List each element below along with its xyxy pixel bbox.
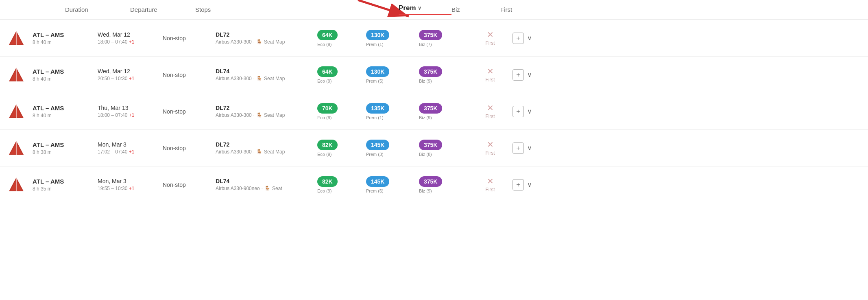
departure-info: Mon, Mar 3 17:02 – 07:40 +1 [98,141,163,155]
add-button[interactable]: + [513,69,524,81]
seat-icon: 🪑 [256,39,262,45]
stops-info: Non-stop [163,182,216,188]
flight-info: DL72 Airbus A330-300 · 🪑 Seat Map [216,105,317,118]
stops-info: Non-stop [163,72,216,78]
expand-button[interactable]: ∨ [527,107,532,115]
eco-price-cell[interactable]: 64K Eco (9) [317,66,366,83]
prem-price-cell[interactable]: 145K Prem (6) [366,176,419,193]
table-row: ATL – AMS 8 h 40 m Thu, Mar 13 18:00 – 0… [0,93,868,130]
flights-table: Duration Departure Stops Prem ∨ Biz Firs… [0,0,868,203]
unavailable-icon: ✕ [487,140,494,149]
airline-logo [0,138,33,158]
biz-price-cell[interactable]: 375K Biz (9) [419,176,468,193]
expand-button[interactable]: ∨ [527,71,532,79]
prem-chevron-icon: ∨ [418,5,421,11]
departure-info: Wed, Mar 12 18:00 – 07:40 +1 [98,31,163,45]
row-actions[interactable]: + ∨ [513,69,545,81]
table-row: ATL – AMS 8 h 38 m Mon, Mar 3 17:02 – 07… [0,130,868,166]
header-departure: Departure [130,6,195,13]
flight-info: DL72 Airbus A330-300 · 🪑 Seat Map [216,31,317,45]
biz-price-cell[interactable]: 375K Biz (7) [419,30,468,47]
expand-button[interactable]: ∨ [527,144,532,152]
flight-info: DL74 Airbus A330-300 · 🪑 Seat Map [216,68,317,81]
unavailable-icon: ✕ [487,177,494,185]
seat-icon: 🪑 [256,76,262,81]
add-button[interactable]: + [513,33,524,44]
row-actions[interactable]: + ∨ [513,179,545,191]
add-button[interactable]: + [513,179,524,191]
stops-info: Non-stop [163,35,216,42]
first-price-cell: ✕ First [468,140,513,156]
biz-price-cell[interactable]: 375K Biz (9) [419,103,468,120]
header-duration: Duration [65,6,130,13]
biz-price-cell[interactable]: 375K Biz (9) [419,66,468,83]
header-biz: Biz [451,6,500,13]
airline-logo [0,101,33,122]
route-info: ATL – AMS 8 h 40 m [33,105,98,118]
prem-price-cell[interactable]: 130K Prem (5) [366,66,419,83]
first-price-cell: ✕ First [468,177,513,193]
prem-label: Prem [399,4,416,12]
prem-underline [399,14,451,15]
biz-price-cell[interactable]: 375K Biz (8) [419,140,468,157]
departure-info: Thu, Mar 13 18:00 – 07:40 +1 [98,105,163,118]
eco-price-cell[interactable]: 64K Eco (9) [317,30,366,47]
row-actions[interactable]: + ∨ [513,106,545,117]
add-button[interactable]: + [513,142,524,154]
table-body: ATL – AMS 8 h 40 m Wed, Mar 12 18:00 – 0… [0,20,868,203]
unavailable-icon: ✕ [487,31,494,39]
seat-icon: 🪑 [256,149,262,155]
row-actions[interactable]: + ∨ [513,142,545,154]
first-price-cell: ✕ First [468,31,513,46]
stops-info: Non-stop [163,108,216,115]
table-row: ATL – AMS 8 h 35 m Mon, Mar 3 19:55 – 10… [0,166,868,203]
header-first: First [500,6,545,13]
header-stops: Stops [195,6,248,13]
route-info: ATL – AMS 8 h 40 m [33,68,98,82]
first-price-cell: ✕ First [468,104,513,119]
prem-price-cell[interactable]: 130K Prem (1) [366,30,419,47]
departure-info: Wed, Mar 12 20:50 – 10:30 +1 [98,68,163,81]
add-button[interactable]: + [513,106,524,117]
eco-price-cell[interactable]: 70K Eco (9) [317,103,366,120]
prem-price-cell[interactable]: 145K Prem (3) [366,140,419,157]
route-info: ATL – AMS 8 h 35 m [33,178,98,192]
airline-logo [0,28,33,48]
stops-info: Non-stop [163,145,216,151]
route-info: ATL – AMS 8 h 40 m [33,31,98,45]
airline-logo [0,175,33,195]
table-row: ATL – AMS 8 h 40 m Wed, Mar 12 20:50 – 1… [0,57,868,93]
unavailable-icon: ✕ [487,67,494,75]
flight-info: DL72 Airbus A330-300 · 🪑 Seat Map [216,141,317,155]
header-prem[interactable]: Prem ∨ [399,4,451,15]
airline-logo [0,65,33,85]
eco-price-cell[interactable]: 82K Eco (9) [317,176,366,193]
route-info: ATL – AMS 8 h 38 m [33,141,98,155]
unavailable-icon: ✕ [487,104,494,112]
expand-button[interactable]: ∨ [527,34,532,42]
table-row: ATL – AMS 8 h 40 m Wed, Mar 12 18:00 – 0… [0,20,868,57]
prem-price-cell[interactable]: 135K Prem (1) [366,103,419,120]
table-header: Duration Departure Stops Prem ∨ Biz Firs… [0,0,868,20]
expand-button[interactable]: ∨ [527,181,532,188]
departure-info: Mon, Mar 3 19:55 – 10:30 +1 [98,178,163,191]
flight-info: DL74 Airbus A330-900neo · 🪑 Seat [216,178,317,191]
first-price-cell: ✕ First [468,67,513,83]
seat-icon: 🪑 [256,112,262,118]
seat-icon: 🪑 [264,186,270,191]
row-actions[interactable]: + ∨ [513,33,545,44]
eco-price-cell[interactable]: 82K Eco (9) [317,140,366,157]
